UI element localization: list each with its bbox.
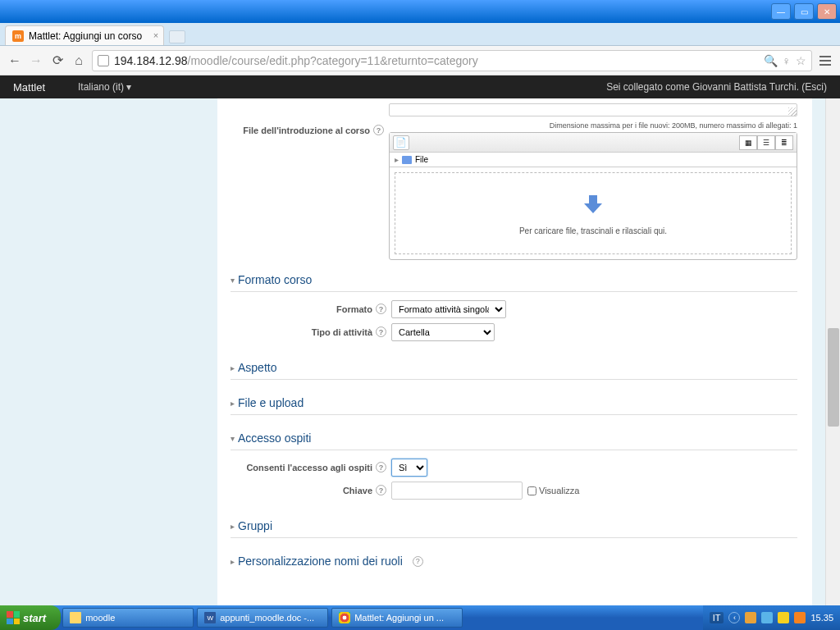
new-tab-button[interactable] bbox=[169, 30, 185, 43]
url-bar[interactable]: 194.184.12.98/moodle/course/edit.php?cat… bbox=[92, 50, 812, 71]
help-icon[interactable]: ? bbox=[376, 326, 386, 337]
folder-icon bbox=[402, 156, 412, 164]
back-button[interactable]: ← bbox=[7, 52, 23, 69]
formato-select[interactable]: Formato attività singola bbox=[391, 300, 506, 318]
intro-files-label: File dell'introduzione al corso bbox=[243, 126, 370, 135]
consenti-label: Consenti l'accesso agli ospiti bbox=[246, 463, 372, 472]
section-accesso-ospiti[interactable]: ▾ Accesso ospiti bbox=[231, 423, 797, 450]
taskbar-item-explorer[interactable]: moodle bbox=[62, 608, 194, 628]
moodle-favicon-icon: m bbox=[12, 30, 24, 42]
logout-link[interactable]: Esci bbox=[805, 81, 824, 93]
view-icons-button[interactable]: ▦ bbox=[739, 135, 757, 150]
browser-tab[interactable]: m Mattlet: Aggiungi un corso × bbox=[5, 25, 164, 45]
browser-toolbar: ← → ⟳ ⌂ 194.184.12.98/moodle/course/edit… bbox=[0, 46, 840, 75]
help-icon[interactable]: ? bbox=[376, 462, 386, 472]
expand-icon: ▸ bbox=[231, 363, 235, 372]
file-manager: 📄 ▦ ☰ ≣ ▸ File bbox=[389, 132, 797, 260]
file-manager-toolbar: 📄 ▦ ☰ ≣ bbox=[390, 133, 797, 153]
login-info: Sei collegato come Giovanni Battista Tur… bbox=[606, 81, 827, 93]
section-personalizzazione[interactable]: ▸ Personalizzazione nomi dei ruoli ? bbox=[231, 546, 797, 573]
windows-logo-icon bbox=[7, 611, 20, 624]
chrome-icon bbox=[339, 612, 350, 623]
site-info-icon[interactable] bbox=[98, 55, 109, 66]
course-form: File dell'introduzione al corso ? Dimens… bbox=[217, 98, 812, 630]
expand-icon: ▸ bbox=[231, 557, 235, 566]
chiave-input[interactable] bbox=[391, 482, 523, 500]
view-tree-button[interactable]: ≣ bbox=[775, 135, 793, 150]
maximize-button[interactable]: ▭ bbox=[794, 3, 814, 20]
vertical-scrollbar[interactable] bbox=[825, 98, 840, 630]
window-titlebar: — ▭ ✕ bbox=[0, 0, 840, 23]
forward-button[interactable]: → bbox=[28, 52, 44, 69]
clock[interactable]: 15.35 bbox=[810, 613, 833, 623]
section-aspetto[interactable]: ▸ Aspetto bbox=[231, 353, 797, 380]
help-icon[interactable]: ? bbox=[376, 304, 386, 314]
url-text: 194.184.12.98/moodle/course/edit.php?cat… bbox=[114, 54, 759, 67]
taskbar-item-word[interactable]: W appunti_moodle.doc -... bbox=[197, 608, 328, 628]
user-profile-link[interactable]: Giovanni Battista Turchi bbox=[692, 81, 797, 93]
section-file-upload[interactable]: ▸ File e upload bbox=[231, 388, 797, 415]
file-path-bar[interactable]: ▸ File bbox=[390, 153, 797, 167]
section-formato-corso[interactable]: ▾ Formato corso bbox=[231, 265, 797, 292]
tipo-attivita-select[interactable]: Cartella bbox=[391, 323, 495, 341]
windows-taskbar: start moodle W appunti_moodle.doc -... M… bbox=[0, 605, 840, 630]
help-icon[interactable]: ? bbox=[413, 556, 423, 567]
tipo-attivita-label: Tipo di attività bbox=[312, 327, 372, 337]
chiave-label: Chiave bbox=[343, 486, 372, 495]
consenti-accesso-select[interactable]: Sì bbox=[391, 459, 427, 477]
browser-tab-strip: m Mattlet: Aggiungi un corso × bbox=[0, 23, 840, 46]
formato-label: Formato bbox=[336, 304, 372, 314]
collapse-icon: ▾ bbox=[231, 276, 235, 285]
visualizza-checkbox-label[interactable]: Visualizza bbox=[527, 486, 579, 495]
password-icon[interactable]: ♀ bbox=[783, 54, 792, 67]
summary-editor[interactable] bbox=[389, 103, 797, 116]
tab-title: Mattlet: Aggiungi un corso bbox=[29, 30, 142, 42]
folder-icon bbox=[70, 612, 81, 623]
system-tray: IT ‹ 15.35 bbox=[703, 605, 840, 630]
bookmark-star-icon[interactable]: ☆ bbox=[796, 54, 806, 67]
language-indicator[interactable]: IT bbox=[710, 612, 724, 623]
tray-icon[interactable] bbox=[745, 612, 756, 623]
tray-icon[interactable] bbox=[794, 612, 806, 623]
file-drop-zone[interactable]: Per caricare file, trascinali e rilascia… bbox=[395, 172, 792, 254]
start-button[interactable]: start bbox=[0, 605, 61, 630]
page-body: File dell'introduzione al corso ? Dimens… bbox=[0, 98, 840, 630]
chrome-menu-button[interactable] bbox=[817, 52, 833, 69]
add-file-button[interactable]: 📄 bbox=[393, 135, 409, 150]
word-icon: W bbox=[204, 612, 216, 623]
home-button[interactable]: ⌂ bbox=[71, 52, 87, 69]
scrollbar-thumb[interactable] bbox=[828, 328, 839, 427]
tray-icon[interactable] bbox=[761, 612, 773, 623]
site-brand[interactable]: Mattlet bbox=[13, 81, 45, 94]
tray-expand-icon[interactable]: ‹ bbox=[728, 612, 740, 623]
language-menu[interactable]: Italiano (it) ▾ bbox=[78, 81, 131, 93]
help-icon[interactable]: ? bbox=[373, 125, 384, 135]
collapse-icon: ▾ bbox=[231, 434, 235, 443]
taskbar-item-chrome[interactable]: Mattlet: Aggiungi un ... bbox=[331, 608, 463, 628]
download-arrow-icon bbox=[581, 192, 605, 220]
close-tab-icon[interactable]: × bbox=[153, 30, 158, 40]
minimize-button[interactable]: — bbox=[771, 3, 791, 20]
tray-icon[interactable] bbox=[778, 612, 789, 623]
search-icon[interactable]: 🔍 bbox=[764, 54, 778, 67]
view-list-button[interactable]: ☰ bbox=[757, 135, 775, 150]
expand-icon: ▸ bbox=[231, 399, 235, 408]
close-window-button[interactable]: ✕ bbox=[817, 3, 837, 20]
file-limits-note: Dimensione massima per i file nuovi: 200… bbox=[389, 121, 797, 130]
expand-icon: ▸ bbox=[231, 522, 235, 531]
section-gruppi[interactable]: ▸ Gruppi bbox=[231, 511, 797, 538]
resize-handle-icon[interactable] bbox=[788, 107, 797, 116]
site-header: Mattlet Italiano (it) ▾ Sei collegato co… bbox=[0, 75, 840, 98]
visualizza-checkbox[interactable] bbox=[527, 486, 536, 495]
help-icon[interactable]: ? bbox=[376, 485, 386, 495]
reload-button[interactable]: ⟳ bbox=[49, 52, 66, 69]
